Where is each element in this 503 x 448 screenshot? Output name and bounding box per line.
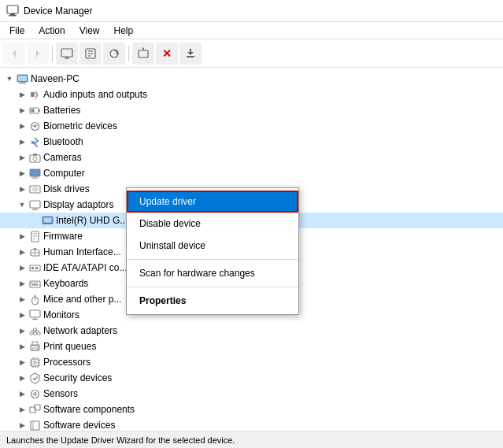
svg-rect-2: [9, 15, 17, 17]
sw-devices-label: Software devices: [43, 420, 115, 431]
computer-label: Computer: [43, 168, 85, 179]
tree-item-network[interactable]: ▶ Network adapters: [0, 323, 503, 339]
title-bar: Device Manager: [0, 0, 503, 22]
monitors-icon: [28, 309, 41, 321]
ctx-scan-hardware[interactable]: Scan for hardware changes: [127, 262, 298, 284]
status-text: Launches the Update Driver Wizard for th…: [6, 435, 235, 445]
svg-rect-64: [30, 310, 40, 317]
tree-item-sensors[interactable]: ▶ Sensors: [0, 386, 503, 402]
tree-item-sw-components[interactable]: ▶ Software components: [0, 402, 503, 417]
menu-file[interactable]: File: [3, 24, 31, 38]
tree-item-batteries[interactable]: ▶ Batteries: [0, 102, 503, 118]
network-label: Network adapters: [43, 325, 117, 336]
toolbar: ✕: [0, 39, 503, 68]
svg-rect-14: [139, 50, 148, 57]
expand-network[interactable]: ▶: [16, 324, 28, 337]
network-icon: [28, 324, 41, 337]
tree-item-computer[interactable]: ▶ Computer: [0, 165, 503, 181]
expand-cameras[interactable]: ▶: [16, 151, 28, 164]
svg-point-29: [34, 125, 36, 128]
tree-item-biometric[interactable]: ▶ Biometric devices: [0, 118, 503, 134]
tree-item-audio[interactable]: ▶ Audio inputs and outputs: [0, 87, 503, 102]
expand-sensors[interactable]: ▶: [16, 387, 28, 400]
expand-keyboards[interactable]: ▶: [16, 277, 28, 290]
mice-icon: [28, 293, 41, 305]
root-label: Naveen-PC: [31, 73, 80, 84]
svg-point-95: [34, 393, 35, 394]
expand-computer[interactable]: ▶: [16, 167, 28, 180]
tree-item-cameras[interactable]: ▶ Cameras: [0, 150, 503, 165]
ide-label: IDE ATA/ATAPI co...: [43, 262, 127, 273]
svg-rect-30: [30, 155, 40, 162]
disk-label: Disk drives: [43, 183, 90, 194]
svg-rect-24: [31, 92, 35, 97]
cameras-label: Cameras: [43, 152, 82, 163]
menu-action[interactable]: Action: [32, 24, 71, 38]
expand-sw-components[interactable]: ▶: [16, 403, 28, 416]
scan-toolbar-btn[interactable]: [103, 43, 125, 65]
ctx-properties[interactable]: Properties: [127, 290, 298, 312]
svg-rect-67: [30, 332, 33, 335]
device-manager-toolbar-btn[interactable]: [56, 43, 78, 65]
processors-label: Processors: [43, 357, 91, 368]
expand-sw-devices[interactable]: ▶: [16, 419, 28, 431]
expand-display[interactable]: ▼: [16, 198, 28, 211]
keyboards-icon: [28, 277, 41, 290]
uninstall-toolbar-btn[interactable]: ✕: [156, 43, 178, 65]
svg-rect-69: [37, 332, 40, 335]
svg-rect-23: [18, 76, 27, 81]
tree-item-security[interactable]: ▶ Security devices: [0, 370, 503, 386]
forward-button[interactable]: [27, 43, 49, 65]
expand-ide[interactable]: ▶: [16, 261, 28, 274]
context-menu: Update driver Disable device Uninstall d…: [126, 187, 299, 315]
add-driver-toolbar-btn[interactable]: [132, 43, 154, 65]
expand-disk[interactable]: ▶: [16, 183, 28, 195]
svg-rect-27: [31, 109, 34, 112]
intel-gpu-icon: [41, 214, 54, 227]
display-label: Display adaptors: [43, 199, 113, 210]
expand-print[interactable]: ▶: [16, 340, 28, 353]
expand-firmware[interactable]: ▶: [16, 230, 28, 243]
expand-batteries[interactable]: ▶: [16, 104, 28, 117]
batteries-icon: [28, 104, 41, 117]
expand-biometric[interactable]: ▶: [16, 120, 28, 132]
content-area: ▼ Naveen-PC ▶ Audi: [0, 68, 503, 431]
svg-point-38: [34, 188, 35, 190]
tree-item-bluetooth[interactable]: ▶ Bluetooth: [0, 134, 503, 150]
ctx-update-driver[interactable]: Update driver: [127, 191, 298, 213]
expand-monitors[interactable]: ▶: [16, 309, 28, 321]
expand-audio[interactable]: ▶: [16, 88, 28, 101]
cameras-icon: [28, 151, 41, 164]
expand-security[interactable]: ▶: [16, 372, 28, 384]
svg-point-63: [34, 295, 35, 297]
expand-hid[interactable]: ▶: [16, 246, 28, 258]
svg-rect-58: [33, 282, 35, 283]
intel-gpu-label: Intel(R) UHD G...: [56, 215, 128, 226]
expand-mice[interactable]: ▶: [16, 293, 28, 305]
keyboards-label: Keyboards: [43, 278, 88, 289]
back-button[interactable]: [3, 43, 25, 65]
tree-root[interactable]: ▼ Naveen-PC: [0, 71, 503, 87]
ctx-uninstall-device[interactable]: Uninstall device: [127, 235, 298, 257]
expand-root[interactable]: ▼: [3, 72, 16, 85]
update-driver-toolbar-btn[interactable]: [179, 43, 202, 65]
audio-label: Audio inputs and outputs: [43, 89, 147, 100]
status-bar: Launches the Update Driver Wizard for th…: [0, 431, 503, 448]
menu-help[interactable]: Help: [108, 24, 140, 38]
expand-processors[interactable]: ▶: [16, 356, 28, 368]
sw-devices-icon: [28, 419, 41, 431]
svg-rect-53: [30, 265, 40, 271]
svg-rect-32: [33, 154, 37, 156]
svg-rect-18: [190, 49, 191, 53]
tree-item-sw-devices[interactable]: ▶ Software devices: [0, 417, 503, 431]
tree-item-print[interactable]: ▶ Print queues: [0, 339, 503, 354]
svg-rect-70: [33, 328, 36, 331]
ctx-disable-device[interactable]: Disable device: [127, 213, 298, 235]
tree-item-processors[interactable]: ▶ Proces: [0, 354, 503, 370]
svg-rect-43: [43, 217, 51, 222]
app-icon: [6, 5, 19, 17]
expand-bluetooth[interactable]: ▶: [16, 135, 28, 148]
properties-toolbar-btn[interactable]: [80, 43, 102, 65]
svg-marker-3: [13, 50, 16, 57]
menu-view[interactable]: View: [73, 24, 106, 38]
